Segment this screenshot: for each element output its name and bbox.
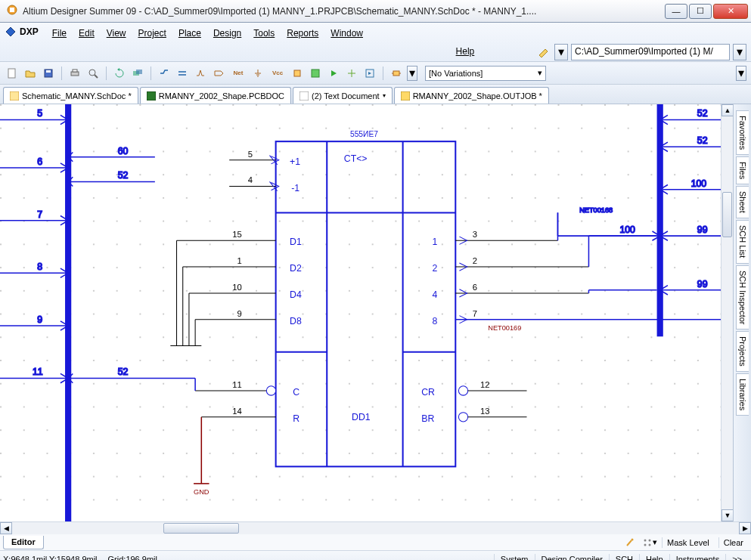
- svg-text:7: 7: [37, 209, 42, 220]
- menu-project[interactable]: Project: [132, 26, 172, 41]
- scroll-right[interactable]: ▶: [739, 522, 751, 534]
- path-box[interactable]: C:\AD_Summer09\Imported (1) M/: [571, 44, 730, 60]
- status-bar: X:9648.1mil Y:15948.9mil Grid:196.9mil S…: [0, 550, 751, 560]
- svg-rect-33: [0, 104, 733, 521]
- svg-rect-12: [136, 70, 142, 74]
- filter-icon[interactable]: ▾: [642, 535, 657, 550]
- svg-text:1: 1: [237, 256, 241, 265]
- toolbar-overflow[interactable]: ▾: [736, 66, 746, 81]
- menu-edit[interactable]: Edit: [73, 26, 101, 41]
- signal-icon[interactable]: [193, 66, 208, 81]
- svg-text:100: 100: [619, 224, 635, 235]
- component-dropdown[interactable]: ▾: [407, 66, 417, 81]
- scroll-up[interactable]: ▲: [722, 104, 733, 116]
- editor-tab[interactable]: Editor: [3, 536, 44, 549]
- netlabel-icon[interactable]: Net: [229, 66, 247, 81]
- svg-rect-31: [401, 91, 410, 101]
- status-instruments[interactable]: Instruments: [669, 554, 725, 561]
- svg-point-128: [458, 386, 467, 395]
- variations-select[interactable]: [No Variations]▾: [425, 66, 546, 81]
- svg-rect-1: [10, 8, 14, 12]
- tab-schematic[interactable]: Schematic_MANNY.SchDoc *: [3, 87, 138, 104]
- minimize-button[interactable]: —: [665, 4, 687, 19]
- svg-text:3: 3: [473, 230, 477, 239]
- svg-text:6: 6: [473, 283, 477, 292]
- svg-text:D8: D8: [290, 316, 302, 326]
- wire-icon[interactable]: [157, 66, 172, 81]
- pcb-icon: [147, 91, 156, 101]
- status-sch[interactable]: SCH: [609, 554, 639, 561]
- svg-text:D1: D1: [290, 237, 302, 247]
- vcc-icon[interactable]: Vcc: [268, 66, 287, 81]
- port-icon[interactable]: [211, 66, 226, 81]
- status-help[interactable]: Help: [639, 554, 669, 561]
- mask-level-button[interactable]: Mask Level: [662, 537, 714, 548]
- layers-icon[interactable]: [130, 66, 145, 81]
- menu-help[interactable]: Help: [450, 44, 481, 59]
- panel-libraries[interactable]: Libraries: [736, 373, 749, 416]
- status-system[interactable]: System: [494, 554, 535, 561]
- tab-outjob[interactable]: RMANNY_2002_Shape.OUTJOB *: [394, 87, 549, 104]
- svg-text:14: 14: [232, 407, 242, 416]
- menu-view[interactable]: View: [101, 26, 132, 41]
- dxp-menu[interactable]: DXP: [5, 26, 39, 38]
- print-icon[interactable]: [67, 66, 82, 81]
- goto-icon[interactable]: [362, 66, 377, 81]
- cross-icon[interactable]: [344, 66, 359, 81]
- save-icon[interactable]: [41, 66, 56, 81]
- status-more[interactable]: >>: [725, 554, 748, 561]
- tab-pcb[interactable]: RMANNY_2002_Shape.PCBDOC: [140, 87, 291, 104]
- svg-text:+1: +1: [290, 156, 300, 167]
- menu-reports[interactable]: Reports: [281, 26, 324, 41]
- gnd-icon[interactable]: [250, 66, 265, 81]
- menu-window[interactable]: Window: [324, 26, 369, 41]
- component-icon[interactable]: [389, 66, 404, 81]
- hscroll-thumb[interactable]: [163, 523, 239, 534]
- new-icon[interactable]: [5, 66, 20, 81]
- panel-sheet[interactable]: Sheet: [736, 186, 749, 218]
- tab-dropdown[interactable]: ▾: [383, 92, 386, 99]
- gesture-icon[interactable]: [622, 535, 638, 550]
- sch-icon: [10, 91, 19, 101]
- vertical-scrollbar[interactable]: ▲ ▼: [721, 104, 733, 521]
- menu-tools[interactable]: Tools: [247, 26, 281, 41]
- run-icon[interactable]: [326, 66, 341, 81]
- svg-text:99: 99: [697, 224, 708, 235]
- open-icon[interactable]: [23, 66, 38, 81]
- panel-favorites[interactable]: Favorites: [736, 110, 749, 155]
- panel-files[interactable]: Files: [736, 156, 749, 184]
- clear-button[interactable]: Clear: [718, 537, 748, 548]
- bus-icon[interactable]: [175, 66, 190, 81]
- tab-text[interactable]: (2) Text Document ▾: [293, 87, 393, 104]
- menu-design[interactable]: Design: [207, 26, 247, 41]
- svg-point-132: [458, 413, 467, 422]
- menu-place[interactable]: Place: [172, 26, 207, 41]
- panel-projects[interactable]: Projects: [736, 331, 749, 372]
- refresh-icon[interactable]: [112, 66, 127, 81]
- status-design-compiler[interactable]: Design Compiler: [535, 554, 609, 561]
- close-button[interactable]: ✕: [713, 4, 748, 19]
- scroll-down[interactable]: ▼: [722, 509, 733, 521]
- svg-text:555ИЕ7: 555ИЕ7: [350, 130, 378, 138]
- vscroll-thumb[interactable]: [722, 192, 732, 237]
- svg-text:BR: BR: [421, 413, 434, 424]
- svg-point-137: [632, 538, 634, 540]
- maximize-button[interactable]: ☐: [689, 4, 712, 19]
- draw-tool-icon[interactable]: [536, 45, 551, 60]
- menu-file[interactable]: File: [46, 26, 73, 41]
- sheet-icon[interactable]: [308, 66, 323, 81]
- panel-sch-list[interactable]: SCH List: [736, 220, 749, 263]
- preview-icon[interactable]: [85, 66, 101, 81]
- svg-line-9: [95, 75, 98, 78]
- path-dropdown[interactable]: ▾: [733, 44, 746, 60]
- panel-sch-inspector[interactable]: SCH Inspector: [736, 265, 749, 330]
- schematic-canvas[interactable]: 5 6 7 8 9 11 60 52 52 52 52 100 99 99: [0, 104, 733, 521]
- scroll-left[interactable]: ◀: [0, 522, 12, 534]
- horizontal-scrollbar[interactable]: ◀ ▶: [0, 521, 751, 534]
- svg-rect-6: [71, 72, 79, 76]
- draw-tool-dropdown[interactable]: ▾: [554, 44, 568, 60]
- tab-label: Schematic_MANNY.SchDoc *: [22, 91, 132, 101]
- part-icon[interactable]: [290, 66, 305, 81]
- svg-text:10: 10: [232, 283, 242, 292]
- svg-marker-13: [215, 71, 223, 76]
